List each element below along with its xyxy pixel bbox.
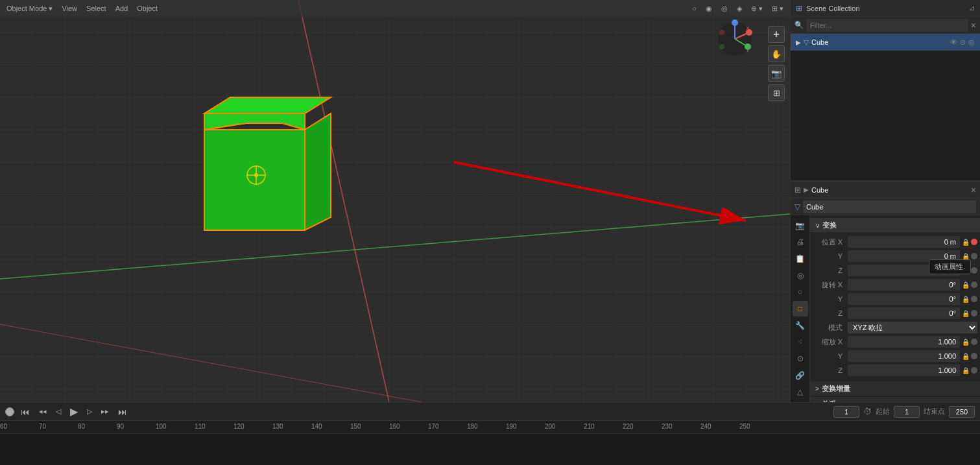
ruler-70: 70 bbox=[39, 423, 46, 430]
prev-frame-btn[interactable]: ◁ bbox=[53, 406, 64, 417]
outliner-filter-btn[interactable]: ⊿ bbox=[969, 4, 975, 12]
rot-x-label: 旋转 X bbox=[815, 280, 848, 290]
ruler-60: 60 bbox=[0, 423, 7, 430]
ruler-110: 110 bbox=[195, 423, 206, 430]
next-keyframe-btn[interactable]: ▸▸ bbox=[99, 406, 112, 417]
scale-x-lock[interactable]: 🔒 bbox=[960, 339, 970, 346]
props-tab-object[interactable]: □ bbox=[793, 301, 808, 316]
ruler-200: 200 bbox=[545, 423, 556, 430]
ruler-90: 90 bbox=[117, 423, 124, 430]
viewport-view-btn[interactable]: View bbox=[59, 3, 80, 14]
props-tab-world[interactable]: ○ bbox=[793, 285, 808, 300]
timeline-track-area[interactable] bbox=[0, 434, 980, 465]
outliner-render-icon[interactable]: ◎ bbox=[968, 38, 975, 47]
transform-fields: 位置 X 🔒 Y 🔒 bbox=[810, 232, 980, 380]
prev-keyframe-btn[interactable]: ◂◂ bbox=[36, 406, 49, 417]
props-tabs: 📷 🖨 📋 ◎ ○ □ 🔧 ⁖ ⊙ 🔗 △ bbox=[791, 215, 810, 402]
viewport-select-btn[interactable]: Select bbox=[84, 3, 109, 14]
outliner-close-btn[interactable]: × bbox=[971, 20, 976, 30]
viewport-object-btn[interactable]: Object bbox=[134, 3, 160, 14]
pos-x-input[interactable] bbox=[848, 236, 960, 248]
pos-x-lock[interactable]: 🔒 bbox=[960, 239, 970, 246]
viewport-add-btn[interactable]: Add bbox=[113, 3, 131, 14]
viewport-shading-wire[interactable]: ○ bbox=[689, 3, 699, 14]
rotation-mode-select[interactable]: XYZ 欧拉 bbox=[848, 322, 977, 333]
viewport-shading-material[interactable]: ◎ bbox=[719, 3, 730, 14]
ruler-150: 150 bbox=[350, 423, 361, 430]
props-tab-scene[interactable]: ◎ bbox=[793, 268, 808, 283]
scale-x-dot[interactable] bbox=[971, 339, 977, 345]
rot-y-input[interactable] bbox=[848, 293, 960, 305]
rot-z-lock[interactable]: 🔒 bbox=[960, 310, 970, 317]
end-frame-display[interactable]: 250 bbox=[949, 406, 975, 418]
scale-z-lock[interactable]: 🔒 bbox=[960, 367, 970, 374]
mesh-icon: ▽ bbox=[795, 202, 800, 211]
scale-z-dot[interactable] bbox=[971, 367, 977, 374]
props-tab-physics[interactable]: ⊙ bbox=[793, 351, 808, 366]
rot-x-row: 旋转 X 🔒 bbox=[810, 278, 980, 292]
pos-y-lock[interactable]: 🔒 bbox=[960, 253, 970, 260]
zoom-tool-btn[interactable]: + bbox=[768, 26, 785, 43]
jump-to-start-btn[interactable]: ⏮ bbox=[18, 405, 32, 418]
scale-z-row: Z 🔒 bbox=[810, 363, 980, 377]
scale-y-input[interactable] bbox=[848, 350, 960, 362]
props-tab-modifier[interactable]: 🔧 bbox=[793, 318, 808, 333]
rot-z-input[interactable] bbox=[848, 307, 960, 319]
transform-extra-header[interactable]: > 变换增量 bbox=[810, 381, 980, 396]
hand-tool-btn[interactable]: ✋ bbox=[768, 45, 785, 62]
props-tab-data[interactable]: △ bbox=[793, 384, 808, 399]
props-tab-constraints[interactable]: 🔗 bbox=[793, 368, 808, 383]
props-close-btn[interactable]: × bbox=[971, 185, 976, 195]
viewport-3d[interactable]: Object Mode ▾ View Select Add Object ○ ◉… bbox=[0, 0, 790, 402]
props-tab-particles[interactable]: ⁖ bbox=[793, 334, 808, 350]
scale-x-row: 缩放 X 🔒 bbox=[810, 335, 980, 349]
rot-x-dot[interactable] bbox=[971, 281, 977, 288]
pos-z-keyframe-dot[interactable] bbox=[971, 267, 977, 274]
pos-y-keyframe-dot[interactable] bbox=[971, 253, 977, 259]
search-row: 🔍 × bbox=[791, 17, 980, 34]
viewport-overlay-btn[interactable]: ⊕ ▾ bbox=[748, 3, 765, 14]
transform-extra-title: 变换增量 bbox=[822, 384, 850, 394]
grid-tool-btn[interactable]: ⊞ bbox=[768, 84, 785, 101]
props-tab-view[interactable]: 📋 bbox=[793, 251, 808, 267]
transform-section-header[interactable]: ∨ 变换 bbox=[810, 218, 980, 232]
ruler-240: 240 bbox=[700, 423, 711, 430]
viewport-shading-render[interactable]: ◈ bbox=[734, 3, 745, 14]
viewport-tools: + ✋ 📷 ⊞ bbox=[768, 26, 785, 101]
start-frame-display[interactable]: 1 bbox=[894, 406, 920, 418]
svg-point-61 bbox=[719, 44, 724, 49]
camera-tool-btn[interactable]: 📷 bbox=[768, 65, 785, 82]
viewport-shading-solid[interactable]: ◉ bbox=[703, 3, 715, 14]
playhead-indicator bbox=[5, 407, 14, 416]
scale-y-lock[interactable]: 🔒 bbox=[960, 353, 970, 360]
props-tab-render[interactable]: 📷 bbox=[793, 218, 808, 233]
object-name-input[interactable] bbox=[803, 200, 976, 213]
scale-z-label: Z bbox=[815, 366, 848, 374]
scale-z-input[interactable] bbox=[848, 364, 960, 376]
svg-point-47 bbox=[254, 173, 258, 177]
rot-z-dot[interactable] bbox=[971, 310, 977, 316]
ruler-80: 80 bbox=[78, 423, 85, 430]
outliner-search-input[interactable] bbox=[806, 19, 968, 32]
rot-x-input[interactable] bbox=[848, 279, 960, 291]
props-tab-output[interactable]: 🖨 bbox=[793, 235, 808, 250]
rot-x-lock[interactable]: 🔒 bbox=[960, 281, 970, 289]
relations-header[interactable]: > 关系 bbox=[810, 397, 980, 402]
rot-z-row: Z 🔒 bbox=[810, 306, 980, 320]
next-frame-btn[interactable]: ▷ bbox=[84, 406, 95, 417]
outliner-eye-icon[interactable]: 👁 bbox=[950, 38, 957, 46]
viewport-gizmo-btn[interactable]: ⊞ ▾ bbox=[769, 3, 786, 14]
jump-to-end-btn[interactable]: ⏭ bbox=[115, 405, 130, 418]
rot-y-dot[interactable] bbox=[971, 296, 977, 302]
main-container: Object Mode ▾ View Select Add Object ○ ◉… bbox=[0, 0, 980, 465]
svg-marker-41 bbox=[204, 130, 305, 230]
scale-x-input[interactable] bbox=[848, 336, 960, 348]
outliner-select-icon[interactable]: ⊙ bbox=[960, 38, 966, 47]
scale-y-dot[interactable] bbox=[971, 353, 977, 359]
pos-x-keyframe-dot[interactable] bbox=[971, 239, 977, 245]
rot-y-lock[interactable]: 🔒 bbox=[960, 296, 970, 303]
viewport-mode-btn[interactable]: Object Mode ▾ bbox=[4, 3, 55, 14]
axis-indicator: X Y Z bbox=[715, 19, 754, 58]
play-btn[interactable]: ▶ bbox=[67, 404, 80, 419]
clock-icon: ⏱ bbox=[863, 407, 872, 416]
